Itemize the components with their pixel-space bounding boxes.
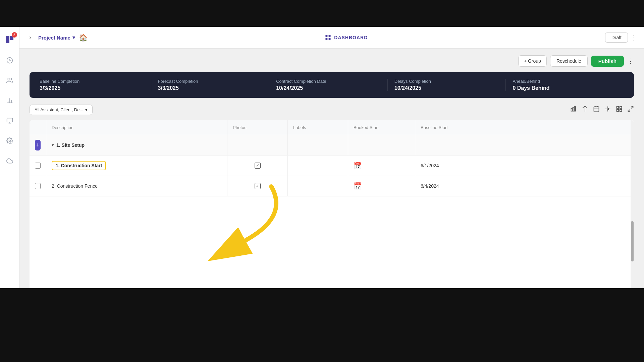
view-icons-group (570, 106, 634, 114)
group-labels-cell (288, 135, 348, 155)
row1-photos-cell[interactable] (227, 156, 288, 176)
col-header-booked-start: Booked Start (348, 120, 415, 135)
construction-start-label[interactable]: 1. Construction Start (52, 161, 106, 170)
filter-dropdown-button[interactable]: All Assistant, Client, De... ▾ (30, 105, 93, 115)
svg-rect-10 (326, 35, 328, 37)
grid-view-icon[interactable] (616, 106, 623, 114)
svg-rect-12 (326, 38, 328, 40)
stat-ahead-label: Ahead/Behind (513, 79, 617, 84)
svg-line-31 (631, 107, 633, 109)
stat-forecast-label: Forecast Completion (158, 79, 263, 84)
sidebar-item-users[interactable] (4, 75, 15, 86)
row2-description-label: 2. Construction Fence (52, 183, 98, 189)
project-name-text: Project Name (38, 35, 70, 41)
sidebar-item-cloud[interactable] (4, 156, 15, 166)
nav-right: Draft ⋮ (605, 33, 637, 43)
svg-rect-16 (575, 106, 576, 111)
table-row-construction-start: 1. Construction Start 📅 6/1/2024 (30, 156, 634, 176)
row1-baseline-date: 6/1/2024 (421, 163, 439, 168)
filter-row: All Assistant, Client, De... ▾ (30, 105, 634, 115)
bar-chart-view-icon[interactable] (570, 106, 577, 114)
col-header-photos: Photos (227, 120, 288, 135)
svg-rect-30 (620, 110, 622, 112)
add-row-button[interactable]: + (35, 140, 41, 150)
col-header-labels: Labels (288, 120, 348, 135)
row2-baseline-cell: 6/4/2024 (415, 176, 482, 196)
svg-rect-29 (617, 110, 619, 112)
sidebar-item-chart[interactable] (4, 95, 15, 106)
project-name-button[interactable]: Project Name ▾ (38, 35, 75, 41)
row1-checkbox-cell[interactable] (30, 156, 46, 176)
stat-forecast-value: 3/3/2025 (158, 85, 263, 91)
toolbar-more-button[interactable]: ⋮ (627, 57, 634, 65)
table-header: Description Photos Labels Booked Start B… (30, 120, 634, 135)
row2-photos-cell[interactable] (227, 176, 288, 196)
stat-baseline-value: 3/3/2025 (40, 85, 144, 91)
stat-contract-completion: Contract Completion Date 10/24/2025 (269, 79, 388, 91)
row1-photos-check[interactable] (255, 163, 261, 169)
row2-baseline-date: 6/4/2024 (421, 183, 439, 189)
svg-rect-6 (7, 118, 12, 122)
home-icon[interactable]: 🏠 (79, 34, 88, 42)
stat-ahead-behind: Ahead/Behind 0 Days Behind (506, 79, 624, 91)
publish-button[interactable]: Publish (591, 56, 624, 67)
project-dropdown-icon: ▾ (72, 35, 75, 41)
dashboard-label: DASHBOARD (334, 35, 368, 40)
app-logo-wrapper: 2 (4, 34, 16, 46)
row2-extra-cell (482, 176, 509, 196)
sidebar-item-settings[interactable] (4, 135, 15, 146)
stat-baseline-completion: Baseline Completion 3/3/2025 (40, 79, 151, 91)
import-export-view-icon[interactable] (582, 106, 588, 114)
row2-photos-check[interactable] (255, 183, 261, 189)
group-extra-cell (482, 135, 509, 155)
group-button[interactable]: + Group (518, 55, 547, 67)
nav-more-button[interactable]: ⋮ (631, 34, 637, 42)
stat-baseline-label: Baseline Completion (40, 79, 144, 84)
row1-checkbox[interactable] (35, 163, 41, 169)
stat-delays-label: Delays Completion (394, 79, 499, 84)
nav-center: DASHBOARD (92, 34, 601, 41)
row2-calendar-icon[interactable]: 📅 (354, 182, 362, 190)
stats-bar: Baseline Completion 3/3/2025 Forecast Co… (30, 72, 634, 98)
draft-button[interactable]: Draft (605, 33, 628, 43)
svg-rect-15 (573, 107, 574, 111)
map-pin-view-icon[interactable] (604, 106, 611, 114)
group-row-site-setup: + ▾ 1. Site Setup (30, 135, 634, 156)
row2-checkbox[interactable] (35, 183, 41, 189)
stat-ahead-value: 0 Days Behind (513, 85, 617, 91)
stat-contract-value: 10/24/2025 (276, 85, 381, 91)
sidebar-toggle[interactable]: › (26, 34, 34, 42)
group-chevron-icon[interactable]: ▾ (52, 143, 54, 147)
row1-calendar-icon[interactable]: 📅 (354, 162, 362, 170)
svg-line-32 (628, 110, 630, 112)
filter-label: All Assistant, Client, De... (35, 107, 83, 112)
col-header-checkbox (30, 120, 46, 135)
group-name-cell: ▾ 1. Site Setup (46, 135, 227, 155)
group-baseline-cell (415, 135, 482, 155)
group-name-label: 1. Site Setup (56, 142, 85, 148)
svg-rect-18 (594, 107, 599, 112)
fullscreen-view-icon[interactable] (627, 106, 634, 114)
row1-booked-cell: 📅 (348, 156, 415, 176)
svg-point-9 (9, 140, 10, 142)
row1-extra-cell (482, 156, 509, 176)
dashboard-grid-icon (325, 34, 331, 41)
row2-labels-cell (288, 176, 348, 196)
svg-rect-14 (571, 108, 572, 111)
row2-description-cell: 2. Construction Fence (46, 176, 227, 196)
svg-rect-28 (620, 107, 622, 109)
calendar-view-icon[interactable] (593, 106, 600, 114)
top-navigation: › Project Name ▾ 🏠 DASHBOARD Draft ⋮ (19, 27, 644, 49)
row1-baseline-cell: 6/1/2024 (415, 156, 482, 176)
svg-rect-27 (617, 107, 619, 109)
reschedule-button[interactable]: Reschedule (550, 55, 588, 67)
stat-contract-label: Contract Completion Date (276, 79, 381, 84)
sidebar-item-clock[interactable] (4, 55, 15, 66)
sidebar-item-monitor[interactable] (4, 115, 15, 126)
table-row-construction-fence: 2. Construction Fence 📅 6/4/2024 (30, 176, 634, 196)
row2-checkbox-cell[interactable] (30, 176, 46, 196)
scrollbar-thumb[interactable] (631, 221, 634, 261)
row1-description-cell: 1. Construction Start (46, 156, 227, 176)
svg-point-1 (8, 78, 10, 80)
stat-forecast-completion: Forecast Completion 3/3/2025 (151, 79, 270, 91)
